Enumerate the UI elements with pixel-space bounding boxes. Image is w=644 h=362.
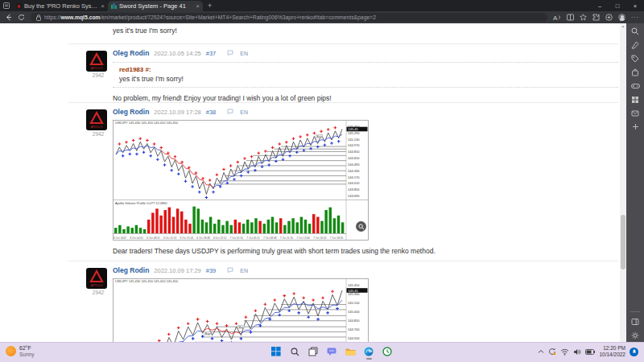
split-screen-icon[interactable] [567,14,574,21]
tab-close-icon[interactable]: × [196,2,200,10]
onedrive-sync-icon[interactable] [548,348,556,356]
zoom-magnifier-icon[interactable] [356,221,366,232]
tab-close-icon[interactable]: × [101,2,105,10]
profile-avatar[interactable] [618,14,625,21]
wifi-icon[interactable] [560,348,569,356]
svg-text:7 Oct 11:16: 7 Oct 11:16 [280,237,293,240]
svg-text:Buy: Buy [205,332,210,335]
taskbar-app-icons [270,346,393,357]
sidebar-settings-gear-icon[interactable] [631,331,639,339]
browser-tab-1[interactable]: Buy the 'PRO Renko System' Te... × [13,1,108,11]
author-link[interactable]: Oleg Rodin [113,108,149,116]
extensions-icon[interactable] [592,14,600,21]
page-content: yes it's true I'm sorry! APOLLO 2942 Ole… [0,23,644,342]
refresh-button[interactable] [18,14,25,21]
battery-icon[interactable] [585,349,595,355]
address-bar[interactable]: https://www.mql5.com/en/market/product/7… [31,13,547,22]
edge-browser-icon[interactable] [363,346,374,357]
sidebar-games-icon[interactable] [631,82,640,90]
scrollbar-thumb[interactable] [621,215,625,269]
sidebar-outlook-icon[interactable] [631,109,639,117]
collections-icon[interactable] [605,14,613,21]
svg-text:144.650: 144.650 [348,156,360,160]
svg-text:7 Oct 13:40: 7 Oct 13:40 [296,237,310,240]
quoted-message: red1983 #: yes it's true I'm sorry! [113,62,618,88]
sidebar-add-icon[interactable] [632,123,639,130]
notification-badge[interactable] [630,348,638,356]
author-link[interactable]: Oleg Rodin [113,266,149,274]
browser-toolbar: https://www.mql5.com/en/market/product/7… [0,11,644,23]
tab-actions-menu-icon[interactable] [0,0,13,11]
weather-widget[interactable]: 62°F Sunny [6,345,34,357]
window-close-button[interactable]: × [626,2,644,10]
taskbar-search-icon[interactable] [289,346,300,357]
usdjpy-renko-chart-image[interactable]: 145.450145.300145.150145.000144.850144.7… [113,278,369,342]
svg-text:7 Oct 05:21: 7 Oct 05:21 [246,237,260,240]
svg-text:145.45: 145.45 [349,127,359,131]
sidebar-shopping-bag-icon[interactable] [631,68,639,76]
speech-bubble-icon[interactable] [227,50,233,56]
comment-author-avatar[interactable]: APOLLO 2942 [86,268,110,295]
window-maximize-button[interactable]: □ [609,2,626,10]
sunny-weather-icon [6,346,16,356]
author-rating: 2942 [86,72,110,78]
previous-comment-tail: yes it's true I'm sorry! [113,27,177,35]
scrollbar-up-arrow[interactable]: ▲ [620,24,626,28]
apollo-avatar-icon: APOLLO [86,51,107,72]
browser-tab-2-active[interactable]: Sword System - Page 41 × [108,1,203,11]
more-menu-icon[interactable]: ··· [631,14,639,20]
page-scrollbar[interactable]: ▲ [620,23,626,342]
comment-number-link[interactable]: #37 [206,50,217,57]
svg-text:7 Oct 18:45: 7 Oct 18:45 [330,237,344,240]
green-circle-app-icon[interactable] [382,346,393,357]
svg-text:6 Oct 18:48: 6 Oct 18:48 [196,237,210,240]
read-aloud-icon[interactable]: A [553,14,561,21]
svg-text:144.700: 144.700 [348,327,360,331]
svg-text:Buy: Buy [239,326,244,329]
svg-text:6 Oct 22:12: 6 Oct 22:12 [213,237,227,240]
author-link[interactable]: Oleg Rodin [113,49,149,57]
tab2-favicon [111,3,117,9]
comment-date: 2022.10.09 17:28 [154,109,200,116]
sidebar-office-icon[interactable] [631,96,639,104]
translate-link[interactable]: EN [240,268,248,274]
clock-date: 10/14/2022 [599,352,625,358]
active-app-indicator [366,358,372,360]
new-tab-button[interactable]: + [208,2,212,10]
translate-link[interactable]: EN [240,109,248,115]
sidebar-search-icon[interactable] [631,27,639,35]
svg-text:6 Oct 2022: 6 Oct 2022 [114,237,126,240]
comment-38: APOLLO 2942 Oleg Rodin 2022.10.09 17:28 … [68,105,618,255]
speech-bubble-icon[interactable] [227,109,233,115]
file-explorer-icon[interactable] [345,346,356,357]
translate-link[interactable]: EN [240,51,248,56]
comment-divider [68,43,618,44]
forum-thread: yes it's true I'm sorry! APOLLO 2942 Ole… [68,23,618,342]
comment-author-avatar[interactable]: APOLLO 2942 [86,51,110,78]
favorites-star-icon[interactable] [580,14,587,21]
speech-bubble-icon[interactable] [227,267,233,274]
svg-text:145.000: 145.000 [348,310,360,314]
sidebar-customize-icon[interactable] [631,318,639,326]
hidden-icons-chevron[interactable] [538,349,544,354]
speaker-icon[interactable] [573,348,581,356]
svg-text:A: A [553,14,558,22]
back-button[interactable] [5,14,12,21]
teams-chat-icon[interactable] [326,346,337,357]
window-minimize-button[interactable]: – [591,2,609,10]
svg-text:144.850: 144.850 [348,319,360,323]
start-button[interactable] [270,346,282,357]
windows-taskbar: 62°F Sunny 12:2 [0,342,644,362]
task-view-icon[interactable] [308,346,319,357]
usdjpy-renko-chart-image[interactable]: 145.450145.290145.130144.970144.810144.6… [113,120,369,241]
comment-number-link[interactable]: #38 [206,109,217,116]
sidebar-discover-icon[interactable] [631,41,639,49]
comment-date: 2022.10.09 17:29 [154,267,200,274]
quote-author[interactable]: red1983 #: [119,66,612,73]
svg-text:144.170: 144.170 [348,175,360,179]
sidebar-tag-icon[interactable] [631,55,639,63]
system-tray: 12:20 PM 10/14/2022 [538,345,638,358]
comment-author-avatar[interactable]: APOLLO 2942 [86,109,110,137]
taskbar-clock[interactable]: 12:20 PM 10/14/2022 [599,345,625,358]
comment-number-link[interactable]: #39 [206,267,217,274]
